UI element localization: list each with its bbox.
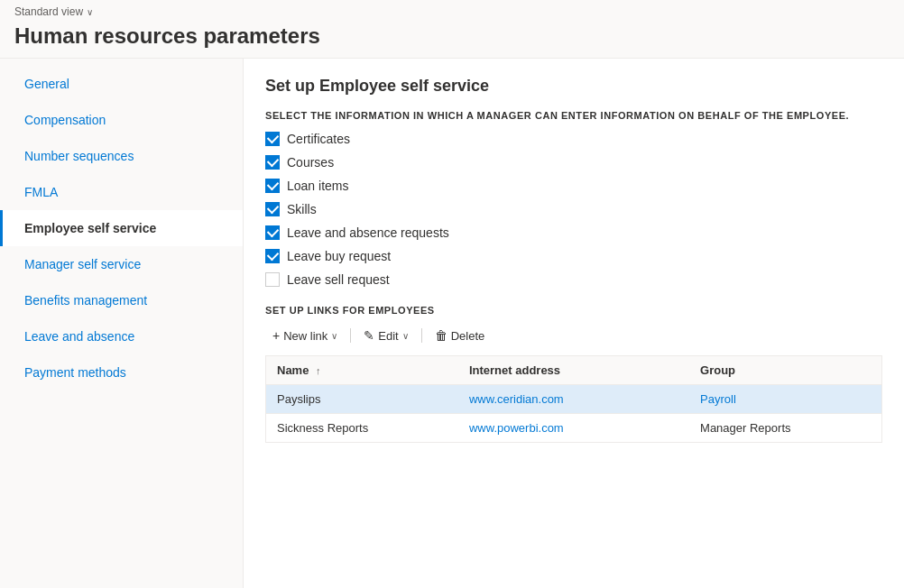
checkbox-leave-absence[interactable]: [265, 225, 280, 240]
checkbox-list: Certificates Courses Loan items Skills: [265, 132, 882, 287]
table-row[interactable]: Sickness Reports www.powerbi.com Manager…: [266, 414, 882, 443]
checkbox-item-skills: Skills: [265, 202, 882, 216]
toolbar-separator-1: [350, 328, 351, 343]
page-title: Human resources parameters: [0, 20, 904, 58]
sort-icon-name: ↑: [316, 365, 321, 376]
cell-url-sickness: www.powerbi.com: [458, 414, 689, 443]
new-link-label: New link: [283, 329, 327, 343]
sidebar: General Compensation Number sequences FM…: [0, 59, 244, 588]
sidebar-item-general[interactable]: General: [0, 66, 243, 102]
links-table: Name ↑ Internet address Group: [265, 355, 882, 443]
checkbox-item-leave-sell: Leave sell request: [265, 272, 882, 287]
chevron-down-icon: ∨: [87, 7, 93, 17]
delete-button[interactable]: 🗑 Delete: [428, 325, 493, 346]
table-row[interactable]: Payslips www.ceridian.com Payroll: [266, 385, 882, 414]
sidebar-item-leave-and-absence[interactable]: Leave and absence: [0, 318, 243, 354]
checkbox-leave-sell[interactable]: [265, 272, 280, 287]
sidebar-item-fmla[interactable]: FMLA: [0, 174, 243, 210]
cell-name-sickness: Sickness Reports: [266, 414, 458, 443]
edit-chevron-icon: ∨: [402, 331, 409, 341]
new-link-chevron-icon: ∨: [331, 331, 337, 341]
checkbox-label-certificates: Certificates: [287, 132, 350, 146]
checkbox-label-skills: Skills: [287, 202, 317, 216]
content-area: Set up Employee self service SELECT THE …: [244, 59, 904, 588]
delete-label: Delete: [451, 329, 485, 343]
new-link-button[interactable]: + New link ∨: [265, 325, 345, 346]
sidebar-item-employee-self-service[interactable]: Employee self service: [0, 210, 243, 246]
sidebar-item-number-sequences[interactable]: Number sequences: [0, 138, 243, 174]
checkbox-loan-items[interactable]: [265, 179, 280, 193]
table-header-row: Name ↑ Internet address Group: [266, 356, 882, 385]
main-content: General Compensation Number sequences FM…: [0, 58, 904, 588]
section-title: Set up Employee self service: [265, 77, 882, 96]
checkbox-item-certificates: Certificates: [265, 132, 882, 146]
top-bar: Standard view ∨: [0, 0, 904, 20]
sidebar-item-manager-self-service[interactable]: Manager self service: [0, 246, 243, 282]
checkbox-item-leave-absence: Leave and absence requests: [265, 225, 882, 240]
checkbox-certificates[interactable]: [265, 132, 280, 146]
col-header-group: Group: [689, 356, 881, 385]
sidebar-item-benefits-management[interactable]: Benefits management: [0, 282, 243, 318]
cell-group-payslips: Payroll: [689, 385, 881, 414]
checkbox-item-courses: Courses: [265, 155, 882, 170]
standard-view-dropdown[interactable]: Standard view ∨: [14, 5, 890, 18]
checkbox-label-leave-sell: Leave sell request: [287, 272, 390, 287]
toolbar-separator-2: [421, 328, 422, 343]
checkbox-label-leave-buy: Leave buy request: [287, 249, 391, 263]
checkbox-item-loan-items: Loan items: [265, 179, 882, 193]
sidebar-item-compensation[interactable]: Compensation: [0, 102, 243, 138]
url-link-sickness[interactable]: www.powerbi.com: [469, 421, 564, 435]
checkbox-label-loan-items: Loan items: [287, 179, 348, 193]
edit-button[interactable]: ✎ Edit ∨: [356, 325, 415, 346]
checkbox-courses[interactable]: [265, 155, 280, 170]
delete-icon: 🗑: [435, 328, 447, 343]
links-toolbar: + New link ∨ ✎ Edit ∨ 🗑 Delete: [265, 325, 882, 346]
col-header-name[interactable]: Name ↑: [266, 356, 458, 385]
checkbox-leave-buy[interactable]: [265, 249, 280, 263]
plus-icon: +: [272, 328, 280, 343]
links-section-label: SET UP LINKS FOR EMPLOYEES: [265, 305, 882, 316]
cell-name-payslips: Payslips: [266, 385, 458, 414]
edit-icon: ✎: [364, 328, 374, 343]
checkbox-label-leave-absence: Leave and absence requests: [287, 225, 449, 240]
checkbox-item-leave-buy: Leave buy request: [265, 249, 882, 263]
url-link-payslips[interactable]: www.ceridian.com: [469, 392, 564, 406]
cell-url-payslips: www.ceridian.com: [458, 385, 689, 414]
manager-info-label: SELECT THE INFORMATION IN WHICH A MANAGE…: [265, 110, 882, 121]
checkbox-skills[interactable]: [265, 202, 280, 216]
col-header-internet-address: Internet address: [458, 356, 689, 385]
page-wrapper: Standard view ∨ Human resources paramete…: [0, 0, 904, 588]
edit-label: Edit: [378, 329, 398, 343]
checkbox-label-courses: Courses: [287, 155, 334, 170]
sidebar-item-payment-methods[interactable]: Payment methods: [0, 354, 243, 390]
cell-group-sickness: Manager Reports: [689, 414, 881, 443]
standard-view-label: Standard view: [14, 5, 83, 18]
